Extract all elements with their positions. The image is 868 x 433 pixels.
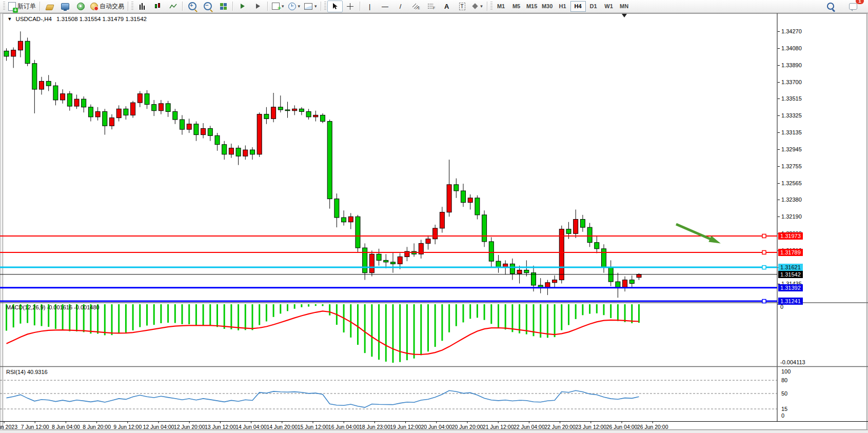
auto-scroll-icon xyxy=(241,4,245,9)
virtual-hosting-button[interactable] xyxy=(57,1,73,12)
toolbar-separator xyxy=(487,2,488,11)
date-tick-label: 18 Jun 23:00 xyxy=(359,424,390,430)
date-tick-label: 19 Jun 12:00 xyxy=(390,424,421,430)
zoom-out-button[interactable]: − xyxy=(200,1,215,12)
chart-shift-icon xyxy=(256,4,260,9)
dropdown-caret-icon: ▾ xyxy=(480,4,483,9)
date-tick-label: 20 Jun 20:00 xyxy=(452,424,483,430)
date-tick-label: 15 Jun 12:00 xyxy=(298,424,329,430)
price-tick-label: 1.32380 xyxy=(781,196,802,203)
macd-indicator-label: MACD(12,26,9) -0.001616 -0.001480 xyxy=(6,304,100,310)
date-tick-label: 13 Jun 12:00 xyxy=(205,424,236,430)
timeframe-button-H1[interactable]: H1 xyxy=(555,1,570,12)
timeframe-button-M1[interactable]: M1 xyxy=(494,1,509,12)
date-tick-label: 9 Jun 12:00 xyxy=(113,424,142,430)
price-tick-mark xyxy=(778,31,780,32)
toolbar-separator xyxy=(128,2,129,11)
date-tick-label: 22 Jun 04:00 xyxy=(514,424,545,430)
vertical-line-icon: | xyxy=(369,3,370,10)
chart-shift-marker-icon[interactable] xyxy=(622,14,627,17)
timeframe-button-W1[interactable]: W1 xyxy=(601,1,617,12)
indicators-button[interactable]: ▾ xyxy=(270,1,286,12)
arrows-tool-button[interactable]: ▾ xyxy=(470,1,485,12)
toolbar-grip[interactable] xyxy=(3,2,5,11)
timeframe-button-D1[interactable]: D1 xyxy=(586,1,601,12)
templates-button[interactable]: ▾ xyxy=(302,1,319,12)
candlestick-icon xyxy=(154,3,161,10)
price-tick-label: 1.32565 xyxy=(781,180,802,186)
timeframe-button-M5[interactable]: M5 xyxy=(509,1,524,12)
rsi-level-label: 0 xyxy=(781,412,784,419)
price-tick-mark xyxy=(778,132,780,133)
date-tick-label: 26 Jun 04:00 xyxy=(606,424,638,430)
chart-window[interactable] xyxy=(3,13,867,430)
notification-badge: 1 xyxy=(856,0,864,4)
mt4-terminal: 新订单 自动交易 + − ▾ ▾ ▾ | xyxy=(0,0,868,433)
tile-windows-button[interactable] xyxy=(215,1,231,12)
date-tick-label: 16 Jun 04:00 xyxy=(328,424,360,430)
bar-chart-mode-button[interactable] xyxy=(134,1,150,12)
chart-menu-triangle-icon: ▼ xyxy=(7,16,12,22)
toolbar-separator xyxy=(40,2,41,11)
arrows-icon xyxy=(472,3,478,9)
periods-button[interactable]: ▾ xyxy=(286,1,303,12)
toolbar-separator xyxy=(267,2,268,11)
channel-tool-button[interactable]: E xyxy=(408,1,424,12)
horizontal-line-tool-button[interactable]: — xyxy=(378,1,393,12)
date-tick-label: 8 Jun 04:00 xyxy=(52,424,80,430)
timeframe-button-M15[interactable]: M15 xyxy=(524,1,540,12)
cursor-icon xyxy=(332,3,338,10)
date-tick-label: 12 Jun 20:00 xyxy=(174,424,205,430)
rsi-level-label: 80 xyxy=(781,377,787,383)
new-order-icon xyxy=(8,2,16,11)
timeframe-button-MN[interactable]: MN xyxy=(617,1,632,12)
notifications-button[interactable]: 1 xyxy=(845,1,861,12)
new-order-button[interactable]: 新订单 xyxy=(6,1,38,12)
market-button[interactable] xyxy=(42,1,57,12)
timeframe-button-M30[interactable]: M30 xyxy=(540,1,555,12)
date-tick-label: 26 Jun 20:00 xyxy=(637,424,668,430)
macd-min-label: -0.004113 xyxy=(780,359,805,365)
date-tick-label: 14 Jun 20:00 xyxy=(266,424,298,430)
timeframe-button-H4[interactable]: H4 xyxy=(570,1,586,12)
chart-shift-button[interactable] xyxy=(250,1,266,12)
crosshair-tool-button[interactable] xyxy=(343,1,358,12)
rsi-level-label: 100 xyxy=(781,368,791,375)
text-label-icon: T xyxy=(459,3,465,10)
line-chart-icon xyxy=(169,3,177,10)
toolbar-grip[interactable] xyxy=(131,2,133,11)
trendline-tool-button[interactable]: / xyxy=(393,1,408,12)
price-tick-mark xyxy=(778,166,780,167)
auto-trading-icon xyxy=(90,3,98,10)
price-line-badge: 1.31621 xyxy=(778,264,803,271)
auto-trading-button[interactable]: 自动交易 xyxy=(88,1,126,12)
date-tick-label: 7 Jun 12:00 xyxy=(21,424,49,430)
auto-trading-label: 自动交易 xyxy=(100,2,124,11)
price-tick-label: 1.32945 xyxy=(781,146,802,152)
toolbar-grip[interactable] xyxy=(324,2,326,11)
search-button[interactable] xyxy=(823,1,838,12)
signals-icon xyxy=(77,3,85,10)
rsi-indicator-label: RSI(14) 40.9316 xyxy=(6,369,48,375)
label-tool-button[interactable]: T xyxy=(455,1,470,12)
price-tick-mark xyxy=(778,200,780,200)
auto-scroll-button[interactable] xyxy=(235,1,250,12)
signals-button[interactable] xyxy=(73,1,88,12)
date-tick-label: 6 Jun 2023 xyxy=(0,424,17,430)
toolbar-separator xyxy=(232,2,233,11)
cursor-tool-button[interactable] xyxy=(327,1,343,12)
line-chart-mode-button[interactable] xyxy=(165,1,181,12)
price-tick-mark xyxy=(778,82,780,83)
fibonacci-icon: F xyxy=(427,3,436,10)
price-tick-mark xyxy=(778,65,780,66)
svg-text:F: F xyxy=(433,6,435,10)
vertical-line-tool-button[interactable]: | xyxy=(362,1,378,12)
window-bottom-strip xyxy=(0,430,868,433)
chart-symbol-period: USDCAD-,H4 xyxy=(16,16,52,22)
text-tool-button[interactable]: A xyxy=(439,1,455,12)
candlestick-mode-button[interactable] xyxy=(150,1,165,12)
fibonacci-tool-button[interactable]: F xyxy=(424,1,439,12)
zoom-in-button[interactable]: + xyxy=(185,1,200,12)
svg-text:E: E xyxy=(418,6,420,10)
toolbar-grip[interactable] xyxy=(490,2,492,11)
